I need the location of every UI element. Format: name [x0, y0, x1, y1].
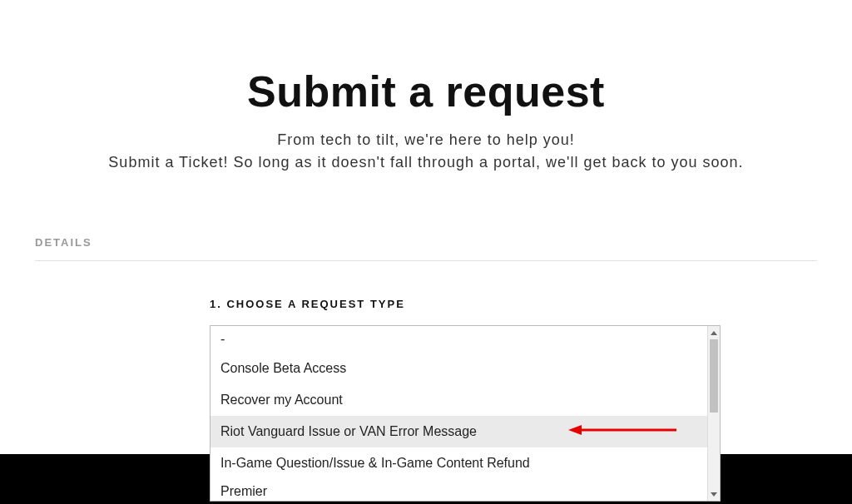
annotation-arrow-icon [568, 422, 676, 441]
select-option-console-beta[interactable]: Console Beta Access [211, 353, 707, 384]
scrollbar-thumb[interactable] [710, 339, 718, 413]
select-option-ingame-question[interactable]: In-Game Question/Issue & In-Game Content… [211, 447, 707, 479]
details-label: DETAILS [35, 236, 817, 249]
svg-marker-1 [568, 425, 582, 435]
select-options-list: - Console Beta Access Recover my Account… [211, 326, 707, 501]
details-section: DETAILS 1. CHOOSE A REQUEST TYPE - Conso… [0, 236, 852, 502]
chevron-down-icon [711, 492, 717, 497]
page-header: Submit a request From tech to tilt, we'r… [0, 0, 852, 171]
scroll-up-button[interactable] [708, 326, 720, 339]
scroll-down-button[interactable] [708, 487, 720, 501]
select-option-vanguard-issue[interactable]: Riot Vanguard Issue or VAN Error Message [211, 416, 707, 447]
page-title: Submit a request [0, 67, 852, 116]
request-type-select[interactable]: - Console Beta Access Recover my Account… [210, 325, 721, 502]
select-option-empty[interactable]: - [211, 326, 707, 353]
select-option-recover-account[interactable]: Recover my Account [211, 384, 707, 416]
tagline-2: Submit a Ticket! So long as it doesn't f… [0, 154, 852, 171]
chevron-up-icon [711, 331, 717, 335]
scrollbar[interactable] [707, 326, 720, 501]
select-option-premier[interactable]: Premier [211, 479, 707, 501]
select-option-label: Riot Vanguard Issue or VAN Error Message [220, 424, 477, 439]
divider [35, 260, 817, 261]
tagline-1: From tech to tilt, we're here to help yo… [0, 131, 852, 149]
step-label: 1. CHOOSE A REQUEST TYPE [210, 298, 817, 310]
request-type-block: 1. CHOOSE A REQUEST TYPE - Console Beta … [210, 298, 817, 502]
